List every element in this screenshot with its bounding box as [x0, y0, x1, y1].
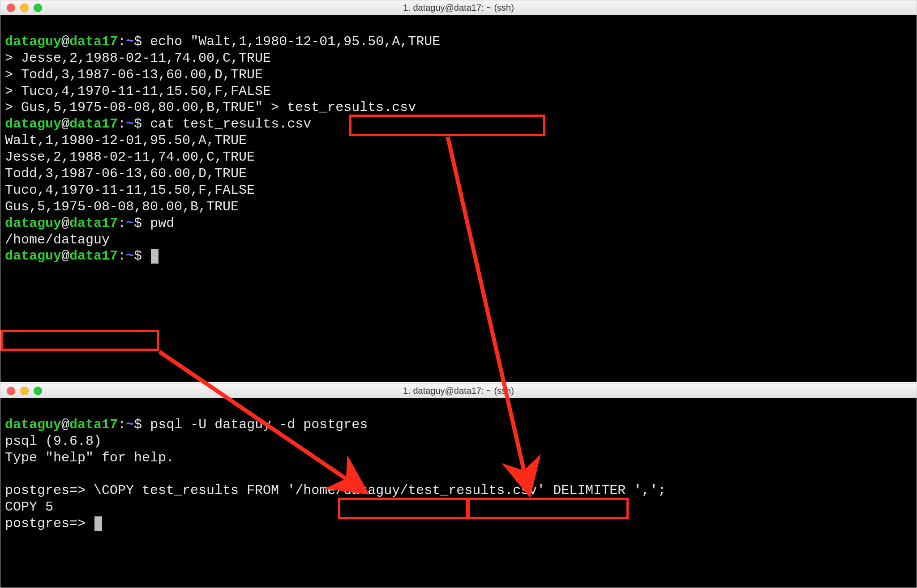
- prompt-user: dataguy: [5, 116, 61, 132]
- cat-output-line: Walt,1,1980-12-01,95.50,A,TRUE: [5, 133, 247, 148]
- colon-symbol: :: [118, 116, 126, 132]
- at-symbol: @: [61, 216, 69, 231]
- copy-command-pre: \COPY test_results FROM: [94, 483, 287, 498]
- prompt-line: dataguy@data17:~$ cat test_results.csv: [5, 116, 311, 132]
- prompt-user: dataguy: [5, 248, 61, 264]
- terminal-window-top: 1. dataguy@data17: ~ (ssh) dataguy@data1…: [0, 0, 917, 382]
- psql-prompt: postgres=>: [5, 483, 94, 498]
- close-icon[interactable]: [7, 4, 15, 12]
- cat-output-line: Todd,3,1987-06-13,60.00,D,TRUE: [5, 166, 247, 181]
- copy-result: COPY 5: [5, 499, 53, 515]
- terminal-body-top[interactable]: dataguy@data17:~$ echo "Walt,1,1980-12-0…: [0, 15, 917, 286]
- cat-output-line: Tuco,4,1970-11-11,15.50,F,FALSE: [5, 183, 255, 198]
- cursor: [151, 249, 159, 264]
- prompt-path: ~: [126, 116, 134, 132]
- dollar-symbol: $: [134, 116, 142, 132]
- psql-prompt: postgres=>: [5, 516, 94, 531]
- dollar-symbol: $: [134, 417, 142, 432]
- prompt-host: data17: [69, 248, 118, 264]
- terminal-window-bottom: 1. dataguy@data17: ~ (ssh) dataguy@data1…: [0, 383, 917, 588]
- window-title-top: 1. dataguy@data17: ~ (ssh): [0, 3, 917, 13]
- zoom-icon[interactable]: [34, 387, 42, 395]
- at-symbol: @: [61, 34, 69, 49]
- prompt-line: dataguy@data17:~$: [5, 248, 159, 264]
- prompt-host: data17: [69, 417, 118, 432]
- copy-path-dir: '/home/dataguy/: [287, 483, 408, 498]
- dollar-symbol: $: [134, 34, 142, 49]
- cmd-psql: psql -U dataguy -d postgres: [150, 417, 368, 432]
- prompt-path: ~: [126, 216, 134, 231]
- prompt-user: dataguy: [5, 216, 61, 231]
- cmd-pwd: pwd: [150, 216, 174, 231]
- prompt-user: dataguy: [5, 417, 61, 432]
- psql-copy-line: postgres=> \COPY test_results FROM '/hom…: [5, 483, 666, 498]
- echo-continuation-line: > Jesse,2,1988-02-11,74.00,C,TRUE: [5, 51, 271, 66]
- traffic-lights-top: [7, 4, 42, 12]
- echo-continuation-line: > Tuco,4,1970-11-11,15.50,F,FALSE: [5, 84, 271, 99]
- prompt-host: data17: [69, 34, 118, 49]
- cat-output-line: Jesse,2,1988-02-11,74.00,C,TRUE: [5, 149, 255, 165]
- copy-command-tail: DELIMITER ',';: [545, 483, 666, 498]
- echo-output-filename: test_results.csv: [287, 100, 416, 115]
- prompt-path: ~: [126, 34, 134, 49]
- cat-output-line: Gus,5,1975-08-08,80.00,B,TRUE: [5, 199, 239, 214]
- prompt-line: dataguy@data17:~$ echo "Walt,1,1980-12-0…: [5, 34, 440, 49]
- cmd-cat: cat test_results.csv: [150, 116, 311, 132]
- prompt-line: dataguy@data17:~$ psql -U dataguy -d pos…: [5, 417, 368, 432]
- traffic-lights-bottom: [7, 387, 42, 395]
- zoom-icon[interactable]: [34, 4, 42, 12]
- prompt-path: ~: [126, 417, 134, 432]
- copy-path-file: test_results.csv': [408, 483, 545, 498]
- colon-symbol: :: [118, 34, 126, 49]
- dollar-symbol: $: [134, 248, 142, 264]
- prompt-path: ~: [126, 248, 134, 264]
- terminal-body-bottom[interactable]: dataguy@data17:~$ psql -U dataguy -d pos…: [0, 398, 917, 554]
- echo-continuation-line: > Todd,3,1987-06-13,60.00,D,TRUE: [5, 67, 263, 82]
- cursor: [94, 516, 102, 531]
- at-symbol: @: [61, 417, 69, 432]
- colon-symbol: :: [118, 248, 126, 264]
- minimize-icon[interactable]: [20, 4, 29, 12]
- at-symbol: @: [61, 116, 69, 132]
- psql-version: psql (9.6.8): [5, 434, 102, 449]
- prompt-line: dataguy@data17:~$ pwd: [5, 216, 174, 231]
- colon-symbol: :: [118, 417, 126, 432]
- prompt-user: dataguy: [5, 34, 61, 49]
- pwd-output: /home/dataguy: [5, 232, 110, 247]
- prompt-host: data17: [69, 116, 118, 132]
- window-title-bottom: 1. dataguy@data17: ~ (ssh): [0, 386, 917, 396]
- titlebar-top[interactable]: 1. dataguy@data17: ~ (ssh): [0, 0, 917, 15]
- minimize-icon[interactable]: [20, 387, 29, 395]
- echo-tail-line: > Gus,5,1975-08-08,80.00,B,TRUE" > test_…: [5, 100, 416, 115]
- titlebar-bottom[interactable]: 1. dataguy@data17: ~ (ssh): [0, 383, 917, 398]
- echo-tail-prefix: > Gus,5,1975-08-08,80.00,B,TRUE" >: [5, 100, 287, 115]
- psql-prompt-line: postgres=>: [5, 516, 102, 531]
- colon-symbol: :: [118, 216, 126, 231]
- cmd-echo-head: echo "Walt,1,1980-12-01,95.50,A,TRUE: [150, 34, 440, 49]
- prompt-host: data17: [69, 216, 118, 231]
- close-icon[interactable]: [7, 387, 15, 395]
- dollar-symbol: $: [134, 216, 142, 231]
- at-symbol: @: [61, 248, 69, 264]
- psql-hint: Type "help" for help.: [5, 450, 174, 465]
